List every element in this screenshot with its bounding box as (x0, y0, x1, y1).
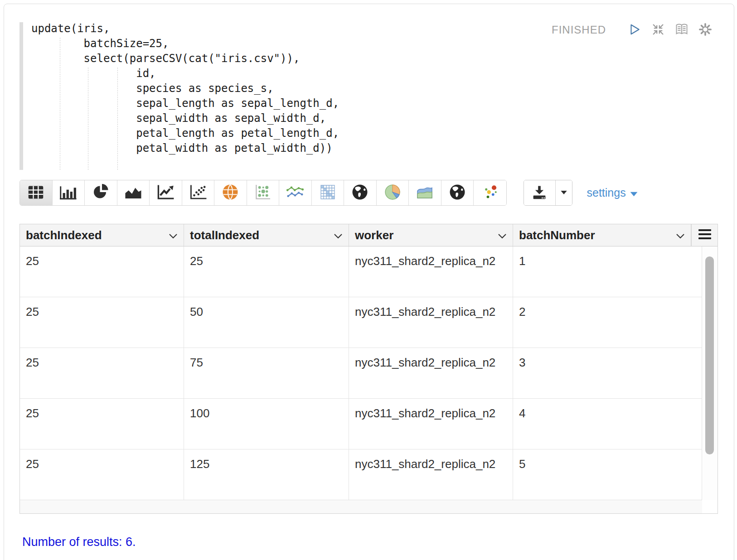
cell-batchIndexed: 25 (20, 449, 184, 500)
scatter-colored-icon (482, 184, 498, 202)
cell-batchNumber: 4 (513, 399, 702, 449)
results-table: batchIndexed totalIndexed worker batchNu… (19, 224, 718, 514)
column-header-worker[interactable]: worker (349, 224, 513, 246)
code-line: petal_width as petal_width_d)) (31, 141, 339, 156)
table-row: 25 125 nyc311_shard2_replica_n2 5 (20, 449, 718, 500)
chart-btn-bar[interactable] (53, 180, 85, 205)
chevron-down-icon[interactable] (498, 228, 507, 242)
code-line: update(iris, (31, 21, 339, 36)
chevron-down-icon[interactable] (676, 228, 685, 242)
table-row: 25 25 nyc311_shard2_replica_n2 1 (20, 246, 718, 297)
chart-btn-scatter-colored[interactable] (474, 180, 506, 205)
bubble-grid-icon (254, 184, 272, 202)
cell-batchIndexed: 25 (20, 246, 184, 297)
column-header-batchNumber[interactable]: batchNumber (513, 224, 691, 246)
column-header-batchIndexed[interactable]: batchIndexed (20, 224, 184, 246)
run-button[interactable] (627, 22, 642, 38)
area-chart-icon (125, 185, 142, 201)
code-line: petal_length as petal_length_d, (31, 126, 339, 141)
cell-worker: nyc311_shard2_replica_n2 (349, 246, 513, 297)
download-group (524, 180, 572, 206)
code-text: update(iris, batchSize=25, select(parseC… (31, 21, 339, 156)
paragraph-controls: FINISHED (552, 22, 713, 38)
cell-totalIndexed: 100 (184, 399, 349, 449)
cell-batchIndexed: 25 (20, 399, 184, 449)
chart-btn-multiline[interactable] (279, 180, 312, 205)
cell-worker: nyc311_shard2_replica_n2 (349, 449, 513, 500)
heatmap-icon (320, 184, 336, 202)
column-label: totalIndexed (190, 228, 259, 242)
globe-icon (352, 184, 368, 202)
horizontal-scrollbar-track[interactable] (20, 500, 702, 513)
chart-btn-globe-alt[interactable] (441, 180, 474, 205)
chevron-down-icon[interactable] (334, 228, 343, 242)
table-icon (28, 185, 44, 201)
chart-btn-pie[interactable] (85, 180, 117, 205)
chart-btn-pie-colored[interactable] (377, 180, 409, 205)
code-line: species as species_s, (31, 81, 339, 96)
chart-btn-map-orange[interactable] (214, 180, 247, 205)
gear-icon (698, 23, 712, 38)
cell-batchNumber: 3 (513, 348, 702, 398)
table-menu-button[interactable] (691, 224, 718, 246)
vertical-scrollbar[interactable] (702, 246, 718, 500)
column-label: worker (355, 228, 393, 242)
code-editor[interactable]: update(iris, batchSize=25, select(parseC… (19, 19, 713, 168)
editor-gutter (19, 22, 23, 170)
cell-batchIndexed: 25 (20, 297, 184, 348)
bar-chart-icon (60, 185, 77, 201)
table-header-row: batchIndexed totalIndexed worker batchNu… (20, 224, 718, 246)
collapse-editor-button[interactable] (650, 22, 666, 38)
globe-orange-icon (222, 184, 238, 202)
chart-btn-heatmap[interactable] (312, 180, 344, 205)
caret-down-icon (630, 186, 638, 199)
column-header-totalIndexed[interactable]: totalIndexed (184, 224, 349, 246)
chart-btn-bubble-grid[interactable] (247, 180, 280, 205)
settings-label: settings (587, 186, 626, 199)
cell-totalIndexed: 125 (184, 449, 349, 500)
results-count-text: Number of results: 6. (22, 535, 136, 549)
cell-batchIndexed: 25 (20, 348, 184, 398)
column-label: batchIndexed (26, 228, 102, 242)
cell-batchNumber: 5 (513, 449, 702, 500)
table-body: 25 25 nyc311_shard2_replica_n2 1 25 50 n… (20, 246, 718, 500)
chart-btn-area[interactable] (117, 180, 150, 205)
pie-colored-icon (384, 183, 401, 202)
settings-link[interactable]: settings (587, 186, 638, 199)
table-row: 25 50 nyc311_shard2_replica_n2 2 (20, 297, 718, 348)
compress-icon (651, 23, 665, 38)
book-icon (675, 23, 689, 38)
scrollbar-thumb[interactable] (705, 256, 714, 454)
pie-chart-icon (92, 184, 109, 202)
download-button[interactable] (524, 180, 555, 205)
cell-totalIndexed: 50 (184, 297, 349, 348)
chart-type-group (19, 180, 507, 206)
code-line: select(parseCSV(cat("iris.csv")), (31, 51, 339, 66)
download-options-button[interactable] (555, 180, 572, 205)
paragraph-settings-button[interactable] (698, 22, 713, 38)
multi-line-chart-icon (286, 185, 304, 201)
chevron-down-icon[interactable] (169, 228, 178, 242)
chart-btn-scatter[interactable] (182, 180, 215, 205)
caret-down-icon (560, 189, 567, 196)
code-line: batchSize=25, (31, 36, 339, 51)
table-row: 25 75 nyc311_shard2_replica_n2 3 (20, 348, 718, 399)
cell-worker: nyc311_shard2_replica_n2 (349, 399, 513, 449)
zeppelin-paragraph: update(iris, batchSize=25, select(parseC… (4, 4, 734, 560)
status-badge: FINISHED (552, 24, 606, 36)
chart-btn-line[interactable] (150, 180, 182, 205)
chart-btn-table[interactable] (20, 180, 53, 205)
chart-btn-globe[interactable] (344, 180, 377, 205)
cell-worker: nyc311_shard2_replica_n2 (349, 297, 513, 348)
play-icon (628, 23, 641, 37)
cell-batchNumber: 2 (513, 297, 702, 348)
stacked-area-icon (416, 185, 434, 201)
line-chart-icon (157, 184, 174, 201)
cell-totalIndexed: 75 (184, 348, 349, 398)
code-line: sepal_width as sepal_width_d, (31, 111, 339, 126)
globe-icon (449, 184, 465, 202)
toggle-output-button[interactable] (674, 22, 689, 38)
cell-batchNumber: 1 (513, 246, 702, 297)
chart-btn-stacked-area[interactable] (409, 180, 441, 205)
hamburger-icon (698, 228, 711, 242)
